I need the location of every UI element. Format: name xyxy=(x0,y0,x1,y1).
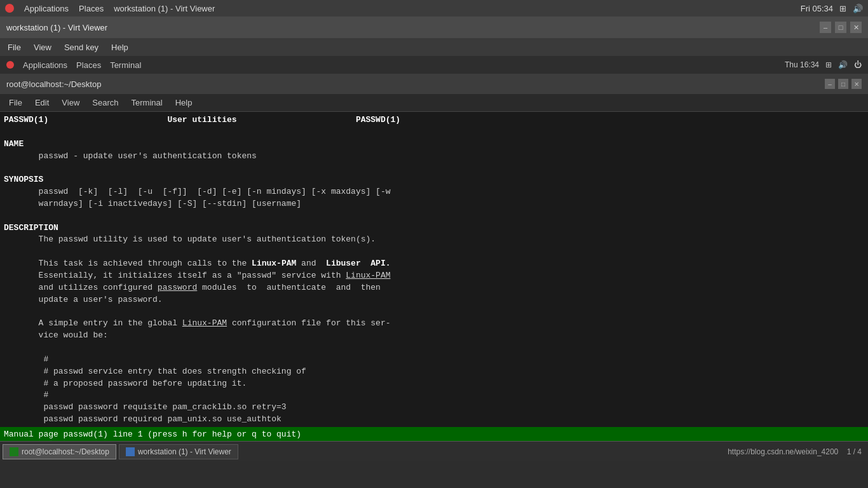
terminal-status-text: Manual page passwd(1) line 1 (press h fo… xyxy=(4,430,301,439)
terminal-terminal-menu[interactable]: Terminal xyxy=(126,96,168,109)
virt-taskbar-icon xyxy=(126,447,135,456)
taskbar-virt-item[interactable]: workstation (1) - Virt Viewer xyxy=(119,444,238,459)
terminal-search-menu[interactable]: Search xyxy=(87,96,123,109)
vm-power-icon[interactable]: ⏻ xyxy=(854,60,862,69)
virt-viewer-title: workstation (1) - Virt Viewer xyxy=(6,23,107,32)
virt-viewer-maximize-button[interactable]: □ xyxy=(835,22,846,33)
terminal-close-button[interactable]: ✕ xyxy=(851,79,862,89)
vm-topbar: Applications Places Terminal Thu 16:34 ⊞… xyxy=(0,56,868,74)
network-icon[interactable]: ⊞ xyxy=(839,4,846,13)
taskbar-terminal-label: root@localhost:~/Desktop xyxy=(22,447,109,456)
audio-icon[interactable]: 🔊 xyxy=(853,4,863,13)
vm-topbar-left: Applications Places Terminal xyxy=(6,60,141,70)
terminal-edit-menu[interactable]: Edit xyxy=(30,96,54,109)
virt-viewer-window: workstation (1) - Virt Viewer – □ ✕ File… xyxy=(0,17,868,441)
taskbar-right: https://blog.csdn.ne/weixin_4200 1 / 4 xyxy=(728,447,865,456)
app-icon xyxy=(5,4,14,13)
terminal-maximize-button[interactable]: □ xyxy=(838,79,848,89)
vm-topbar-right: Thu 16:34 ⊞ 🔊 ⏻ xyxy=(785,60,862,69)
vm-screen: Applications Places Terminal Thu 16:34 ⊞… xyxy=(0,56,868,441)
system-time: Fri 05:34 xyxy=(801,4,833,13)
system-places-menu[interactable]: Places xyxy=(79,4,104,13)
system-bar-left: Applications Places workstation (1) - Vi… xyxy=(5,4,215,13)
terminal-view-menu[interactable]: View xyxy=(57,96,85,109)
terminal-window: root@localhost:~/Desktop – □ ✕ File Edit… xyxy=(0,74,868,441)
vm-audio-icon[interactable]: 🔊 xyxy=(838,60,848,69)
taskbar-terminal-item[interactable]: root@localhost:~/Desktop xyxy=(3,444,116,459)
vm-terminal-menu[interactable]: Terminal xyxy=(110,60,141,70)
vm-places-menu[interactable]: Places xyxy=(76,60,101,70)
taskbar-url-hint: https://blog.csdn.ne/weixin_4200 xyxy=(728,447,838,456)
virt-viewer-sendkey-menu[interactable]: Send key xyxy=(59,41,104,54)
taskbar-left: root@localhost:~/Desktop workstation (1)… xyxy=(3,444,238,459)
system-bar-right: Fri 05:34 ⊞ 🔊 xyxy=(801,4,863,13)
terminal-menubar: File Edit View Search Terminal Help xyxy=(0,94,868,112)
terminal-taskbar-icon xyxy=(10,447,18,456)
vm-applications-menu[interactable]: Applications xyxy=(23,60,67,70)
virt-viewer-view-menu[interactable]: View xyxy=(29,41,57,54)
terminal-minimize-button[interactable]: – xyxy=(825,79,835,89)
terminal-body[interactable]: PASSWD(1) User utilities PASSWD(1) NAME … xyxy=(0,112,868,427)
virt-viewer-close-button[interactable]: ✕ xyxy=(850,22,862,33)
virt-viewer-titlebar: workstation (1) - Virt Viewer – □ ✕ xyxy=(0,17,868,38)
titlebar-controls: – □ ✕ xyxy=(820,22,862,33)
system-applications-menu[interactable]: Applications xyxy=(24,4,69,13)
taskbar-page-count: 1 / 4 xyxy=(847,447,862,456)
terminal-help-menu[interactable]: Help xyxy=(170,96,198,109)
vm-app-icon xyxy=(6,61,14,69)
vm-time: Thu 16:34 xyxy=(785,60,819,69)
terminal-file-menu[interactable]: File xyxy=(4,96,27,109)
virt-viewer-help-menu[interactable]: Help xyxy=(106,41,133,54)
system-bar: Applications Places workstation (1) - Vi… xyxy=(0,0,868,17)
virt-viewer-menubar: File View Send key Help xyxy=(0,38,868,56)
terminal-title: root@localhost:~/Desktop xyxy=(6,79,101,89)
taskbar-virt-label: workstation (1) - Virt Viewer xyxy=(138,447,231,456)
virt-viewer-minimize-button[interactable]: – xyxy=(820,22,831,33)
terminal-titlebar: root@localhost:~/Desktop – □ ✕ xyxy=(0,74,868,94)
taskbar: root@localhost:~/Desktop workstation (1)… xyxy=(0,441,868,461)
vm-network-icon[interactable]: ⊞ xyxy=(825,60,832,69)
system-window-title: workstation (1) - Virt Viewer xyxy=(114,4,215,13)
terminal-titlebar-controls: – □ ✕ xyxy=(825,79,862,89)
terminal-statusbar: Manual page passwd(1) line 1 (press h fo… xyxy=(0,427,868,441)
virt-viewer-file-menu[interactable]: File xyxy=(3,41,26,54)
